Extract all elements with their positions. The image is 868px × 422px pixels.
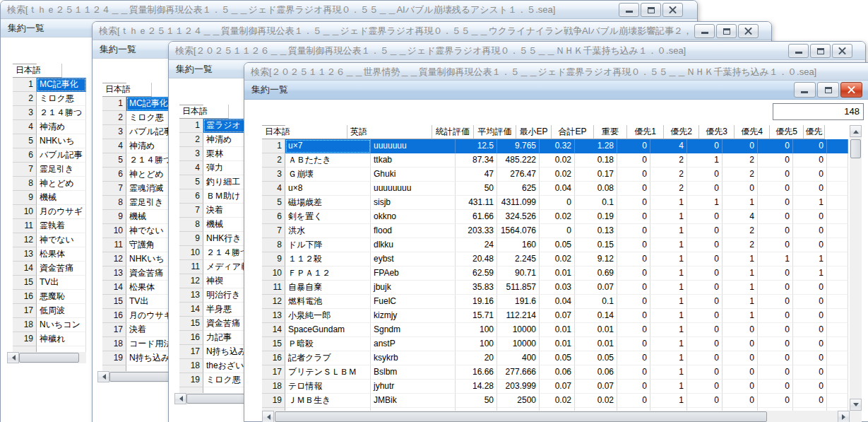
list-item[interactable]: 6神とどめ — [102, 168, 177, 182]
list-item[interactable]: 8神とどめ — [13, 177, 88, 191]
close-button[interactable] — [662, 3, 683, 17]
scroll-left-button[interactable] — [97, 371, 109, 382]
table-row[interactable]: 15Ｐ暗殺anstP100100000.010.01010000 — [262, 337, 850, 351]
table-row[interactable]: 5磁場歳差sisjb431.114311.09900.1011101 — [262, 196, 850, 210]
list-item[interactable]: 9機械 — [13, 191, 88, 205]
list-item[interactable]: 14松果体 — [102, 281, 177, 295]
child-window-titlebar[interactable]: 集約一覧 — [244, 81, 868, 100]
scrollbar-thumb[interactable] — [850, 139, 861, 158]
list-item[interactable]: 9機械 — [102, 210, 177, 224]
column-header[interactable]: 優先2 — [664, 125, 699, 139]
minimize-button[interactable] — [619, 3, 639, 17]
table-row[interactable]: 2ＡＢたたきttkab87.34485.2220.020.18021200 — [262, 153, 850, 168]
scroll-left-button[interactable] — [262, 411, 274, 422]
column-header[interactable]: 優先3 — [699, 125, 735, 139]
list-item[interactable]: 5NHKいち — [13, 134, 88, 148]
list-item[interactable]: 13松果体 — [13, 247, 88, 262]
maximize-button[interactable] — [641, 3, 661, 17]
table-row[interactable]: 13小泉純一郎kizmjy15.71112.2140.070.14010100 — [262, 309, 850, 323]
list-item[interactable]: 6バブル記事 — [13, 148, 88, 163]
table-row[interactable]: 19ＪＭＢ生きJMBik5025000.020.02010000 — [262, 394, 850, 408]
column-header[interactable]: 最小EP — [516, 125, 552, 139]
table-row[interactable]: 6剣を置くokkno61.66324.5260.020.19010400 — [262, 210, 850, 224]
table-row[interactable]: 18テロ情報jyhutr14.28203.9990.070.07010000 — [262, 380, 850, 394]
column-header[interactable]: 日本語 — [262, 125, 347, 139]
count-field[interactable]: 148 — [773, 103, 864, 120]
list-item[interactable]: 18Nいちコン — [13, 318, 88, 332]
table-row[interactable]: 12燃料電池FuelC19.16191.60.040.1010100 — [262, 295, 850, 309]
column-header[interactable]: 重要 — [594, 125, 627, 139]
list-item[interactable]: 17低周波 — [13, 304, 88, 318]
maximize-button[interactable] — [716, 24, 737, 38]
table-row[interactable]: 10ＦＰＡ１２FPAeb62.5990.710.010.69010101 — [262, 266, 850, 281]
column-header[interactable]: 英語 — [347, 125, 432, 139]
list-item[interactable]: 15TV出 — [102, 295, 177, 309]
column-header[interactable]: 日本語 — [102, 83, 152, 97]
scroll-right-button[interactable] — [838, 411, 850, 422]
table-row[interactable]: 3Ｇ崩壊Ghuki47276.470.020.17020200 — [262, 168, 850, 182]
list-item[interactable]: 12神でない — [13, 233, 88, 247]
list-item[interactable]: 1MC記事化 — [102, 97, 177, 111]
close-button[interactable] — [738, 24, 759, 38]
column-header[interactable]: 優先 — [804, 125, 825, 139]
column-header[interactable]: 優先1 — [627, 125, 664, 139]
maximize-button[interactable] — [817, 82, 839, 98]
table-row[interactable]: 1u×7uuuuuuu12.59.7650.321.28040000 — [262, 139, 850, 153]
window-titlebar[interactable]: 検索[２０２５１１２６＿＿質量制御再現公表１．５＿＿ジェド霊界ラジオ再現０．５５… — [169, 42, 865, 60]
list-item[interactable]: 4神清め — [102, 139, 177, 153]
horizontal-scrollbar[interactable] — [7, 352, 86, 363]
list-item[interactable]: 3バブル記事 — [102, 125, 177, 139]
minimize-button[interactable] — [788, 44, 809, 58]
scroll-left-button[interactable] — [7, 352, 19, 363]
list-item[interactable]: 19神穢れ — [13, 332, 88, 346]
horizontal-scrollbar[interactable] — [262, 411, 850, 422]
horizontal-scrollbar[interactable] — [97, 371, 177, 382]
list-item[interactable]: 8霊足引き — [102, 196, 177, 210]
table-row[interactable]: 16記者クラブksykrb204000.050.05010000 — [262, 351, 850, 365]
list-item[interactable]: 13資金苦痛 — [102, 266, 177, 281]
scroll-left-button[interactable] — [174, 393, 186, 404]
list-item[interactable]: 16悪魔恥 — [13, 290, 88, 304]
list-item[interactable]: 15TV出 — [13, 276, 88, 290]
scroll-down-button[interactable] — [850, 399, 862, 411]
list-item[interactable]: 11霊執着 — [13, 219, 88, 233]
list-item[interactable]: 19N持ち込み — [102, 351, 177, 365]
window-titlebar[interactable]: 検索[ｔｈｅ２５１１２４＿＿質量制御再現公表１．５＿＿ジェド霊界ラジオ再現０．５… — [1, 1, 697, 19]
scrollbar-thumb[interactable] — [186, 394, 246, 404]
list-item[interactable]: 10月のウサギ — [13, 205, 88, 219]
list-item[interactable]: 7霊足引き — [13, 163, 88, 177]
table-row[interactable]: 11自暴自棄jbujk35.83511.8570.030.07010100 — [262, 281, 850, 295]
scrollbar-thumb[interactable] — [275, 411, 767, 422]
table-row[interactable]: 9１１２殺eybst20.482.2450.029.12010111 — [262, 252, 850, 266]
list-item[interactable]: 14資金苦痛 — [13, 262, 88, 276]
column-header[interactable]: 合計EP — [552, 125, 594, 139]
list-item[interactable]: 16月のウサギ — [102, 309, 177, 323]
column-header[interactable]: 日本語 — [179, 105, 229, 119]
list-item[interactable]: 2ミロク悪 — [102, 111, 177, 125]
table-row[interactable]: 8ドル下降dlkku241600.050.15010200 — [262, 238, 850, 252]
column-header[interactable]: 統計評価 — [432, 125, 474, 139]
minimize-button[interactable] — [794, 82, 816, 98]
column-header[interactable]: 優先4 — [735, 125, 770, 139]
window-titlebar[interactable]: 検索[ｔｈｅ２５１１２４＿＿質量制御再現公表１．５＿＿ジェド霊界ラジオ再現０．５… — [93, 22, 771, 40]
close-button[interactable] — [840, 82, 862, 98]
list-item[interactable]: 18コード用法 — [102, 337, 177, 351]
list-item[interactable]: 12NHKいち — [102, 252, 177, 266]
list-item[interactable]: 10神でない — [102, 224, 177, 238]
list-item[interactable]: 17決着 — [102, 323, 177, 337]
column-header[interactable]: 優先5 — [770, 125, 804, 139]
column-header[interactable]: 日本語 — [13, 64, 62, 78]
list-item[interactable]: 4神清め — [13, 120, 88, 134]
close-button[interactable] — [832, 44, 852, 58]
list-item[interactable]: 3２１４勝つ — [13, 106, 88, 120]
list-item[interactable]: 7霊魂消滅 — [102, 182, 177, 196]
maximize-button[interactable] — [810, 44, 831, 58]
list-item[interactable]: 11守護角 — [102, 238, 177, 252]
minimize-button[interactable] — [694, 24, 715, 38]
scroll-up-button[interactable] — [850, 125, 862, 137]
horizontal-scrollbar[interactable] — [174, 393, 254, 404]
list-item[interactable]: 5２１４勝つ — [102, 153, 177, 168]
list-item[interactable]: 2ミロク悪 — [13, 92, 88, 106]
scrollbar-thumb[interactable] — [19, 353, 79, 363]
table-row[interactable]: 17ブリテンＳＬＢＭBslbm16.66277.6660.060.0601000… — [262, 365, 850, 380]
